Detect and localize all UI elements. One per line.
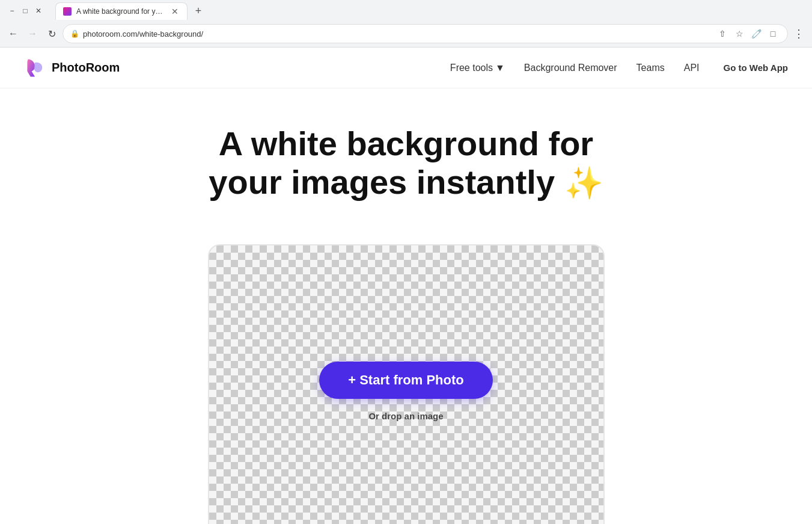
logo-icon [24,57,46,79]
tab-favicon [63,7,72,16]
close-button[interactable]: ✕ [34,6,43,16]
address-actions: ⇧ ☆ 🧷 □ [715,26,780,41]
website-content: PhotoRoom Free tools ▼ Background Remove… [0,48,812,524]
browser-chrome: − □ ✕ A white background for your ima...… [0,0,812,48]
drop-image-label: Or drop an image [368,411,443,421]
upload-drop-zone[interactable]: + Start from Photo Or drop an image [208,244,605,524]
active-tab[interactable]: A white background for your ima... ✕ [55,2,188,20]
hero-title: A white background for your images insta… [12,125,800,202]
tab-title: A white background for your ima... [76,7,165,16]
extensions-button[interactable]: 🧷 [749,26,763,41]
free-tools-link[interactable]: Free tools ▼ [450,63,505,73]
api-link[interactable]: API [684,63,700,73]
chevron-down-icon: ▼ [495,63,505,73]
hero-section: A white background for your images insta… [0,88,812,226]
sparkle-emoji: ✨ [564,165,603,202]
title-bar: − □ ✕ A white background for your ima...… [0,0,812,22]
reload-button[interactable]: ↻ [43,25,60,42]
window-controls: − □ ✕ [7,6,43,16]
maximize-button[interactable]: □ [20,6,30,16]
tab-bar: A white background for your ima... ✕ + [50,2,212,20]
background-remover-link[interactable]: Background Remover [524,63,617,73]
forward-button[interactable]: → [24,25,41,42]
teams-link[interactable]: Teams [636,63,665,73]
new-tab-button[interactable]: + [190,3,207,20]
chrome-menu-button[interactable]: ⋮ [790,25,807,42]
sidebar-button[interactable]: □ [766,26,780,41]
logo-link[interactable]: PhotoRoom [24,57,120,79]
minimize-button[interactable]: − [7,6,17,16]
go-to-web-app-link[interactable]: Go to Web App [724,63,788,73]
navbar: PhotoRoom Free tools ▼ Background Remove… [0,48,812,88]
start-from-photo-button[interactable]: + Start from Photo [319,362,493,399]
address-bar[interactable]: 🔒 ⇧ ☆ 🧷 □ [63,24,788,43]
url-input[interactable] [83,29,712,39]
lock-icon: 🔒 [70,29,79,38]
nav-links: Free tools ▼ Background Remover Teams AP… [450,63,700,73]
tab-close-button[interactable]: ✕ [170,7,180,16]
address-bar-row: ← → ↻ 🔒 ⇧ ☆ 🧷 □ ⋮ [0,22,812,47]
share-button[interactable]: ⇧ [715,26,730,41]
logo-text: PhotoRoom [52,61,120,75]
back-button[interactable]: ← [5,25,22,42]
bookmark-button[interactable]: ☆ [732,26,746,41]
